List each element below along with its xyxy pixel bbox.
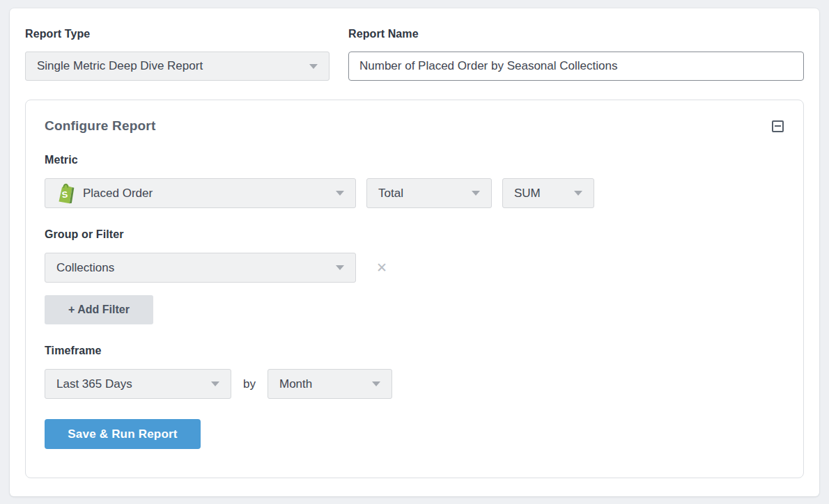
- chevron-down-icon: [574, 191, 582, 196]
- chevron-down-icon: [372, 381, 380, 386]
- report-name-input[interactable]: [348, 52, 804, 81]
- minus-square-icon: [772, 120, 784, 132]
- measurement-select[interactable]: Total: [366, 178, 492, 208]
- chevron-down-icon: [336, 191, 344, 196]
- configure-report-header: Configure Report: [45, 118, 784, 134]
- chevron-down-icon: [309, 64, 318, 69]
- report-name-field: Report Name: [348, 28, 804, 81]
- aggregation-select[interactable]: SUM: [502, 178, 594, 208]
- configure-report-title: Configure Report: [45, 118, 155, 134]
- report-header-row: Report Type Single Metric Deep Dive Repo…: [25, 28, 804, 81]
- report-builder-card: Report Type Single Metric Deep Dive Repo…: [10, 8, 819, 496]
- timeframe-label: Timeframe: [45, 345, 784, 357]
- timeframe-interval-value: Month: [279, 377, 312, 391]
- measurement-select-value: Total: [378, 187, 403, 200]
- group-or-filter-row: Collections ✕: [45, 253, 784, 283]
- collapse-panel-button[interactable]: [770, 119, 784, 133]
- shopify-icon: S: [56, 183, 75, 204]
- chevron-down-icon: [336, 265, 344, 270]
- metric-row: S Placed Order Total SUM: [45, 178, 784, 208]
- timeframe-range-select[interactable]: Last 365 Days: [45, 369, 231, 399]
- report-name-label: Report Name: [348, 28, 804, 40]
- group-or-filter-label: Group or Filter: [45, 228, 784, 241]
- metric-select-value: Placed Order: [83, 187, 153, 200]
- configure-report-panel: Configure Report Metric S Placed Order T…: [25, 100, 804, 478]
- group-select-value: Collections: [56, 261, 114, 275]
- group-select[interactable]: Collections: [45, 253, 356, 283]
- report-type-label: Report Type: [25, 28, 330, 40]
- remove-group-icon[interactable]: ✕: [376, 261, 387, 274]
- save-run-report-button[interactable]: Save & Run Report: [45, 419, 201, 449]
- aggregation-select-value: SUM: [514, 187, 541, 200]
- report-type-select[interactable]: Single Metric Deep Dive Report: [25, 52, 330, 81]
- metric-select[interactable]: S Placed Order: [45, 178, 356, 208]
- add-filter-button[interactable]: + Add Filter: [45, 295, 153, 324]
- timeframe-range-value: Last 365 Days: [56, 377, 132, 391]
- by-connector-text: by: [243, 377, 256, 391]
- chevron-down-icon: [472, 191, 480, 196]
- chevron-down-icon: [211, 381, 219, 386]
- report-type-value: Single Metric Deep Dive Report: [37, 59, 203, 73]
- svg-text:S: S: [61, 189, 68, 200]
- timeframe-row: Last 365 Days by Month: [45, 369, 784, 399]
- report-type-field: Report Type Single Metric Deep Dive Repo…: [25, 28, 330, 81]
- metric-label: Metric: [45, 154, 784, 166]
- timeframe-interval-select[interactable]: Month: [268, 369, 392, 399]
